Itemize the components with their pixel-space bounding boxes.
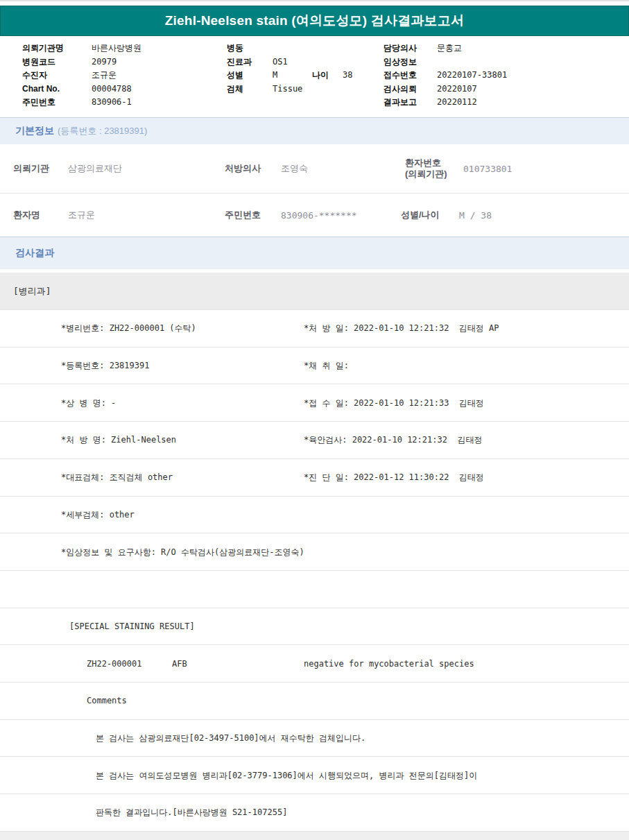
- field-value: M: [273, 69, 312, 83]
- field-receipt-no: 접수번호20220107-33801: [384, 67, 612, 81]
- department-row: [병리과]: [0, 273, 629, 310]
- detail-row-empty: [0, 571, 629, 608]
- comment-row-1: 본 검사는 삼광의료재단[02-3497-5100]에서 재수탁한 검체입니다.: [0, 720, 629, 757]
- comments-label: Comments: [87, 696, 127, 705]
- cell-label-prescribing-doctor: 처방의사: [225, 162, 261, 175]
- field-test-request-date: 검사의뢰20220107: [384, 81, 612, 95]
- field-sex-age: 성별M나이38: [227, 67, 379, 81]
- cell-label-referrer: 의뢰기관: [13, 162, 49, 175]
- section-title: 검사결과: [15, 247, 54, 259]
- section-header-test-results: 검사결과: [0, 237, 629, 269]
- field-clinical-info: 임상정보: [384, 54, 612, 68]
- field-value: 38: [343, 70, 352, 80]
- field-value: 20220112: [437, 97, 477, 107]
- field-label: 병동: [227, 42, 273, 55]
- comment-text: 판독한 결과입니다.[바른사랑병원 S21-107255]: [96, 807, 287, 818]
- field-value: 00004788: [92, 84, 132, 94]
- detail-row-sub-specimen: *세부검체: other: [0, 497, 629, 534]
- detail-left: *처 방 명: Ziehl-Neelsen: [61, 434, 176, 446]
- field-value: 조규운: [92, 70, 117, 80]
- field-ward: 병동: [227, 40, 379, 54]
- field-attending-doctor: 담당의사문홍교: [384, 40, 612, 54]
- field-hospital-code: 병원코드20979: [22, 54, 220, 68]
- table-row: 환자명 조규운 주민번호 830906-******* 성별/나이 M / 38: [0, 194, 629, 237]
- field-label: 결과보고: [384, 96, 437, 110]
- cell-value-resident-no: 830906-*******: [281, 210, 357, 221]
- detail-row-pathology-no: *병리번호: ZH22-000001 (수탁) *처 방 일: 2022-01-…: [0, 310, 629, 348]
- field-specimen: 검체Tissue: [227, 81, 379, 95]
- stain-name: AFB: [172, 659, 187, 669]
- field-examinee: 수진자조규운: [22, 67, 220, 81]
- field-label: 검체: [227, 83, 273, 96]
- field-value: Tissue: [273, 84, 302, 94]
- comment-row-2: 본 검사는 여의도성모병원 병리과[02-3779-1306]에서 시행되었으며…: [0, 757, 629, 794]
- detail-row-disease-name: *상 병 명: - *접 수 일: 2022-01-10 12:21:33 김태…: [0, 384, 629, 422]
- field-value: 20220107-33801: [437, 70, 507, 80]
- cell-label-resident-no: 주민번호: [225, 209, 261, 221]
- patient-header-col2: 병동 진료과OS1 성별M나이38 검체Tissue: [227, 40, 379, 94]
- special-staining-title: [SPECIAL STAINING RESULT]: [69, 622, 195, 631]
- field-referring-org-name: 의뢰기관명바른사랑병원: [22, 40, 220, 54]
- detail-left: *상 병 명: -: [61, 397, 116, 409]
- comment-text: 본 검사는 여의도성모병원 병리과[02-3779-1306]에서 시행되었으며…: [96, 769, 477, 781]
- table-row: 의뢰기관 삼광의료재단 처방의사 조영숙 환자번호 (의뢰기관) 0107338…: [0, 144, 629, 194]
- comment-row-3: 판독한 결과입니다.[바른사랑병원 S21-107255]: [0, 794, 629, 832]
- result-detail-list: *병리번호: ZH22-000001 (수탁) *처 방 일: 2022-01-…: [0, 310, 629, 832]
- stain-result: negative for mycobacterial species: [304, 659, 474, 669]
- department-label: [병리과]: [13, 285, 51, 298]
- footer-bar: [0, 832, 629, 840]
- comment-text: 본 검사는 삼광의료재단[02-3497-5100]에서 재수탁한 검체입니다.: [96, 732, 365, 744]
- field-value: 830906-1: [92, 97, 132, 107]
- section-header-basic-info: 기본정보 (등록번호 : 23819391): [0, 117, 629, 144]
- detail-left: *대표검체: 조직검체 other: [61, 472, 173, 483]
- detail-left: *세부검체: other: [61, 508, 135, 520]
- lab-report-page: Ziehl-Neelsen stain (여의도성모) 검사결과보고서 의뢰기관…: [0, 0, 629, 840]
- cell-label-sex-age: 성별/나이: [401, 209, 440, 221]
- basic-info-table: 의뢰기관 삼광의료재단 처방의사 조영숙 환자번호 (의뢰기관) 0107338…: [0, 144, 629, 237]
- detail-right: *접 수 일: 2022-01-10 12:21:33 김태정: [304, 397, 484, 409]
- field-label: 의뢰기관명: [22, 42, 92, 55]
- special-staining-result-row: ZH22-000001 AFB negative for mycobacteri…: [0, 645, 629, 683]
- patient-header-col3: 담당의사문홍교 임상정보 접수번호20220107-33801 검사의뢰2022…: [384, 40, 612, 108]
- field-label: 나이: [312, 69, 343, 83]
- field-result-report-date: 결과보고20220112: [384, 94, 612, 108]
- section-subtitle: (등록번호 : 23819391): [58, 125, 147, 137]
- detail-right: *처 방 일: 2022-01-10 12:21:32 김태정 AP: [304, 323, 499, 334]
- cell-label-patient-no: 환자번호 (의뢰기관): [405, 157, 447, 180]
- cell-value-referrer: 삼광의료재단: [68, 162, 122, 175]
- field-chart-no: Chart No.00004788: [22, 81, 220, 95]
- cell-label-patient-name: 환자명: [13, 209, 40, 221]
- cell-value-patient-no: 010733801: [463, 164, 512, 174]
- patient-header-col1: 의뢰기관명바른사랑병원 병원코드20979 수진자조규운 Chart No.00…: [22, 40, 220, 108]
- section-title: 기본정보: [15, 125, 54, 137]
- field-label: 접수번호: [384, 69, 437, 83]
- field-value: 문홍교: [437, 43, 462, 53]
- cell-value-sex-age: M / 38: [459, 210, 492, 221]
- detail-row-representative-specimen: *대표검체: 조직검체 other *진 단 일: 2022-01-12 11:…: [0, 459, 629, 497]
- detail-left: *병리번호: ZH22-000001 (수탁): [61, 323, 196, 334]
- patient-header: 의뢰기관명바른사랑병원 병원코드20979 수진자조규운 Chart No.00…: [0, 39, 629, 115]
- field-label: 수진자: [22, 69, 92, 83]
- field-department: 진료과OS1: [227, 54, 379, 68]
- detail-left: *등록번호: 23819391: [61, 360, 149, 372]
- detail-right: *진 단 일: 2022-01-12 11:30:22 김태정: [304, 472, 484, 483]
- detail-right: *채 취 일:: [304, 360, 349, 372]
- detail-row-registration-no: *등록번호: 23819391 *채 취 일:: [0, 348, 629, 385]
- report-title-bar: Ziehl-Neelsen stain (여의도성모) 검사결과보고서: [0, 6, 629, 36]
- page-title: Ziehl-Neelsen stain (여의도성모) 검사결과보고서: [165, 12, 464, 30]
- field-value: 20979: [92, 57, 117, 67]
- field-value: 20220107: [437, 84, 477, 94]
- cell-value-prescribing-doctor: 조영숙: [281, 162, 308, 175]
- cell-value-patient-name: 조규운: [68, 209, 95, 221]
- special-staining-title-row: [SPECIAL STAINING RESULT]: [0, 608, 629, 646]
- detail-left: *임상정보 및 요구사항: R/O 수탁검사(삼광의료재단-조영숙): [61, 546, 304, 558]
- top-edge-divider: [0, 0, 629, 1]
- detail-right: *육안검사: 2022-01-10 12:21:32 김태정: [304, 434, 482, 446]
- field-value: OS1: [273, 57, 288, 67]
- field-label: 담당의사: [384, 42, 437, 55]
- field-resident-no: 주민번호830906-1: [22, 94, 220, 108]
- detail-row-clinical-request: *임상정보 및 요구사항: R/O 수탁검사(삼광의료재단-조영숙): [0, 533, 629, 571]
- comments-header-row: Comments: [0, 683, 629, 720]
- field-label: 성별: [227, 69, 273, 83]
- detail-row-prescription-name: *처 방 명: Ziehl-Neelsen *육안검사: 2022-01-10 …: [0, 422, 629, 459]
